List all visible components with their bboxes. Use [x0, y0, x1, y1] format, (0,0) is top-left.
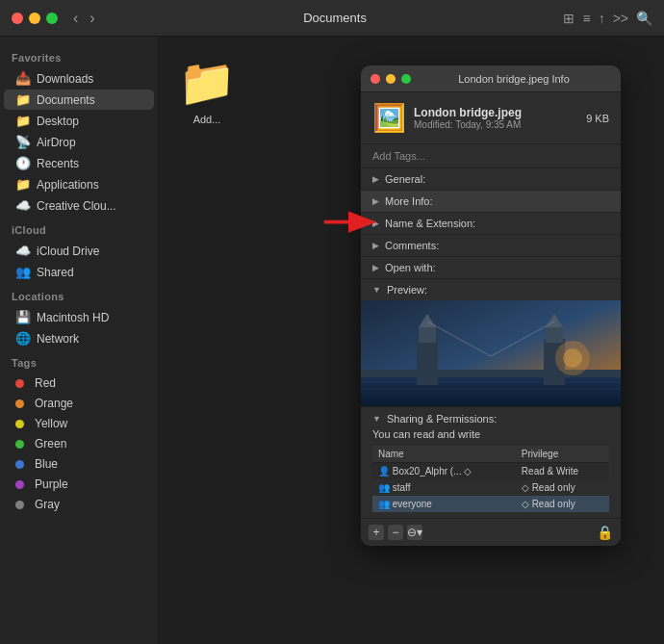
- icloud-drive-label: iCloud Drive: [37, 245, 99, 258]
- general-section: ▶ General:: [361, 168, 621, 191]
- tag-purple-dot: [15, 480, 24, 489]
- row1-name: 👤 Box20_Alphr (... ◇: [372, 463, 516, 480]
- sidebar-item-network[interactable]: 🌐 Network: [4, 328, 154, 348]
- tag-orange-dot: [15, 399, 24, 408]
- recents-label: Recents: [37, 157, 79, 170]
- lock-icon[interactable]: 🔒: [597, 525, 613, 540]
- info-file-details: London bridge.jpeg Modified: Today, 9:35…: [414, 106, 578, 130]
- macintosh-hd-label: Macintosh HD: [37, 311, 109, 324]
- recents-icon: 🕐: [15, 156, 31, 170]
- sidebar-item-creative-cloud[interactable]: ☁️ Creative Clou...: [4, 195, 154, 216]
- info-maximize-button[interactable]: [401, 74, 411, 84]
- tags-input[interactable]: Add Tags...: [372, 150, 609, 162]
- file-area: 📁 Add... London bridge.jpeg Info: [159, 37, 664, 644]
- comments-chevron: ▶: [372, 241, 379, 250]
- open-with-chevron: ▶: [372, 263, 379, 272]
- permissions-table: Name Privilege 👤 Box20_Alphr (... ◇ Read…: [372, 446, 609, 512]
- comments-header[interactable]: ▶ Comments:: [361, 235, 621, 256]
- add-folder-icon: 📁: [178, 56, 236, 110]
- maximize-button[interactable]: [46, 13, 58, 24]
- table-row: 👤 Box20_Alphr (... ◇ Read & Write: [372, 463, 609, 480]
- network-label: Network: [37, 332, 79, 346]
- sidebar-item-documents[interactable]: 📁 Documents: [4, 90, 154, 110]
- view-grid-icon[interactable]: ⊞: [563, 11, 575, 26]
- add-permission-button[interactable]: +: [369, 525, 384, 540]
- file-thumbnail-icon: 🖼️: [372, 102, 406, 134]
- airdrop-icon: 📡: [15, 135, 31, 149]
- sidebar-item-tag-yellow[interactable]: Yellow: [4, 414, 154, 433]
- tags-label: Tags: [0, 349, 158, 373]
- applications-label: Applications: [37, 178, 99, 192]
- sharing-label: Sharing & Permissions:: [387, 413, 497, 425]
- sharing-header[interactable]: ▼ Sharing & Permissions:: [372, 413, 609, 425]
- open-with-label: Open with:: [385, 262, 436, 273]
- info-file-size: 9 KB: [586, 113, 609, 124]
- network-icon: 🌐: [15, 331, 31, 346]
- sharing-section: ▼ Sharing & Permissions: You can read an…: [361, 407, 621, 518]
- documents-label: Documents: [37, 93, 95, 107]
- tags-list: RedOrangeYellowGreenBluePurpleGray: [0, 374, 158, 514]
- sidebar-item-tag-purple[interactable]: Purple: [4, 475, 154, 494]
- tag-green-label: Green: [35, 437, 66, 451]
- info-minimize-button[interactable]: [386, 74, 396, 84]
- creative-cloud-label: Creative Clou...: [37, 199, 116, 213]
- sidebar-item-tag-red[interactable]: Red: [4, 374, 154, 393]
- more-info-chevron: ▶: [372, 196, 379, 206]
- tag-purple-label: Purple: [35, 477, 68, 491]
- window-title: Documents: [107, 11, 564, 25]
- preview-header[interactable]: ▼ Preview:: [361, 279, 621, 300]
- sidebar-item-tag-blue[interactable]: Blue: [4, 454, 154, 474]
- remove-permission-button[interactable]: −: [388, 525, 403, 540]
- row3-name: 👥 everyone: [372, 496, 516, 512]
- forward-button[interactable]: ›: [86, 8, 98, 29]
- sharing-chevron: ▼: [372, 414, 381, 424]
- general-section-header[interactable]: ▶ General:: [361, 168, 621, 190]
- close-button[interactable]: [12, 13, 23, 24]
- sidebar-item-recents[interactable]: 🕐 Recents: [4, 153, 154, 173]
- applications-icon: 📁: [15, 177, 31, 192]
- info-panel: London bridge.jpeg Info 🖼️ London bridge…: [361, 65, 621, 546]
- sidebar-item-icloud-drive[interactable]: ☁️ iCloud Drive: [4, 241, 154, 261]
- name-column-header: Name: [372, 446, 516, 463]
- search-icon[interactable]: 🔍: [636, 11, 652, 26]
- preview-image: [361, 300, 621, 406]
- sidebar-item-desktop[interactable]: 📁 Desktop: [4, 111, 154, 131]
- info-close-button[interactable]: [370, 74, 380, 84]
- name-extension-header[interactable]: ▶ Name & Extension:: [361, 213, 621, 234]
- row3-privilege: ◇ Read only: [516, 496, 609, 512]
- locations-label: Locations: [0, 283, 158, 306]
- nav-buttons: ‹ ›: [69, 8, 99, 29]
- sidebar-item-tag-gray[interactable]: Gray: [4, 495, 154, 514]
- sidebar-item-applications[interactable]: 📁 Applications: [4, 174, 154, 194]
- tag-gray-dot: [15, 501, 24, 509]
- sidebar-item-downloads[interactable]: 📥 Downloads: [4, 68, 154, 89]
- downloads-label: Downloads: [37, 72, 93, 86]
- sidebar-item-tag-green[interactable]: Green: [4, 434, 154, 453]
- add-folder-label: Add...: [193, 114, 221, 125]
- table-row: 👥 everyone ◇ Read only: [372, 496, 609, 512]
- macintosh-hd-icon: 💾: [15, 310, 31, 324]
- more-info-section-header[interactable]: ▶ More Info:: [361, 191, 621, 212]
- tag-blue-dot: [15, 460, 24, 469]
- main-content: Favorites 📥 Downloads 📁 Documents 📁 Desk…: [0, 37, 664, 644]
- tag-gray-label: Gray: [35, 498, 60, 511]
- sidebar-item-shared[interactable]: 👥 Shared: [4, 262, 154, 282]
- title-bar: ‹ › Documents ⊞ ≡ ↑ >> 🔍: [0, 0, 664, 37]
- info-file-name: London bridge.jpeg: [414, 106, 578, 119]
- action-permission-button[interactable]: ⊖▾: [407, 525, 422, 540]
- share-icon[interactable]: ↑: [599, 11, 605, 26]
- sidebar-item-macintosh-hd[interactable]: 💾 Macintosh HD: [4, 307, 154, 327]
- back-button[interactable]: ‹: [69, 8, 82, 29]
- sidebar-item-tag-orange[interactable]: Orange: [4, 394, 154, 413]
- tag-red-label: Red: [35, 376, 56, 390]
- open-with-header[interactable]: ▶ Open with:: [361, 257, 621, 278]
- view-list-icon[interactable]: ≡: [582, 11, 590, 26]
- general-chevron: ▶: [372, 174, 379, 184]
- more-options-icon[interactable]: >>: [613, 11, 628, 26]
- minimize-button[interactable]: [29, 13, 40, 24]
- name-extension-label: Name & Extension:: [385, 218, 475, 229]
- sidebar: Favorites 📥 Downloads 📁 Documents 📁 Desk…: [0, 37, 159, 644]
- table-row: 👥 staff ◇ Read only: [372, 479, 609, 496]
- add-folder-item[interactable]: 📁 Add...: [178, 56, 236, 125]
- sidebar-item-airdrop[interactable]: 📡 AirDrop: [4, 132, 154, 152]
